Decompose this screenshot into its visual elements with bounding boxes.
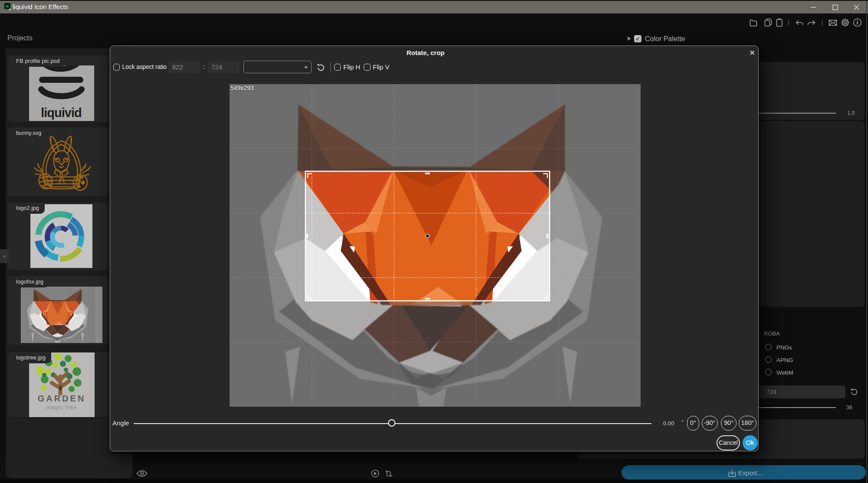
svg-text:liquivid: liquivid — [41, 106, 82, 120]
svg-text:magic tree: magic tree — [46, 404, 77, 411]
svg-text:GARDEN: GARDEN — [37, 394, 85, 403]
